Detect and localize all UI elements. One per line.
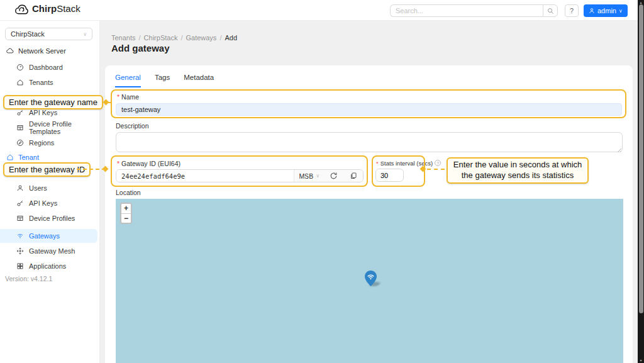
question-circle-icon[interactable]: ? [435,160,441,166]
required-mark: * [117,160,119,167]
required-mark: * [376,160,379,167]
zoom-out-button[interactable]: − [121,213,131,223]
required-mark: * [117,93,119,101]
sidebar: ChirpStack ∨ Network Server Dashboard Te… [0,21,100,363]
sidebar-item-dashboard[interactable]: Dashboard [16,61,63,74]
tenant-selector[interactable]: ChirpStack ∨ [5,28,92,40]
tenant-selector-value: ChirpStack [11,30,45,38]
page-scrollbar[interactable]: ▴ ▾ [638,0,644,363]
help-icon: ? [570,7,574,14]
sidebar-item-label: Gateways [29,232,60,240]
chevron-down-icon: ∨ [619,8,623,14]
gateway-id-addon: MSB ∨ [294,170,363,182]
search-input[interactable] [390,4,543,17]
regenerate-id-button[interactable] [324,170,343,182]
cloud-logo-icon [15,4,29,14]
breadcrumb-tenants[interactable]: Tenants [111,34,136,42]
sidebar-item-gateway-mesh[interactable]: Gateway Mesh [16,245,75,257]
chevron-down-icon: ∨ [83,31,87,37]
sidebar-group-network-server[interactable]: Network Server [6,47,66,55]
mesh-icon [16,247,24,255]
description-textarea[interactable] [116,132,623,152]
chirpstack-logo[interactable]: ChirpStack [15,3,80,14]
sidebar-item-regions[interactable]: Regions [16,137,54,149]
scrollbar-thumb[interactable] [639,4,643,313]
logo-text-bold: Chirp [32,3,57,14]
home-icon [16,79,24,86]
sidebar-item-label: Tenants [29,79,53,86]
scroll-up-icon[interactable]: ▴ [638,0,644,4]
breadcrumb-separator: / [219,34,221,42]
location-map[interactable]: + − Leaflet | © OpenStreetMap contributo… [116,199,623,363]
main-content: Tenants / ChirpStack / Gateways / Add Ad… [101,21,638,363]
user-icon [589,8,595,14]
sidebar-item-label: Dashboard [29,64,63,71]
tab-metadata[interactable]: Metadata [184,74,214,87]
breadcrumb-gateways[interactable]: Gateways [186,34,216,42]
sidebar-item-label: Applications [29,262,66,270]
sidebar-item-tenant-api-keys[interactable]: API Keys [16,197,57,209]
sidebar-item-users[interactable]: Users [16,182,47,194]
logo-text-regular: Stack [57,3,80,14]
tab-tags[interactable]: Tags [155,74,170,87]
scroll-down-icon[interactable]: ▾ [638,358,644,362]
sidebar-item-label: Gateway Mesh [29,247,75,255]
stats-interval-label: *Stats interval (secs)? [376,160,441,167]
table-icon [16,124,24,131]
tab-bar: General Tags Metadata [115,74,214,87]
breadcrumb-chirpstack[interactable]: ChirpStack [144,34,178,42]
breadcrumb-separator: / [139,34,141,42]
help-button[interactable]: ? [565,4,579,17]
sidebar-item-label: Regions [29,139,54,147]
sidebar-item-label: Device Profile Templates [29,120,99,135]
wifi-icon [16,232,24,240]
breadcrumb-separator: / [180,34,182,42]
name-label: *Name [117,93,139,101]
gateway-id-group: MSB ∨ [116,169,364,182]
description-label: Description [116,122,149,130]
cloud-icon [6,47,14,55]
sidebar-item-label: Users [29,184,47,192]
appstore-icon [16,262,24,270]
sidebar-item-applications[interactable]: Applications [16,260,66,272]
sidebar-item-device-profiles[interactable]: Device Profiles [16,212,75,225]
sidebar-item-device-profile-templates[interactable]: Device Profile Templates [16,121,99,134]
zoom-in-button[interactable]: + [121,204,131,213]
map-zoom-control: + − [120,203,132,224]
byte-order-value: MSB [299,172,313,180]
admin-user-button[interactable]: admin ∨ [584,4,628,17]
sidebar-group-tenant[interactable]: Tenant [6,154,39,161]
sidebar-item-label: Device Profiles [29,215,75,222]
breadcrumb: Tenants / ChirpStack / Gateways / Add [111,34,237,42]
stats-interval-input[interactable] [375,169,404,182]
name-input[interactable] [116,103,622,116]
location-label: Location [116,189,141,196]
search-button[interactable] [543,4,558,17]
copy-id-button[interactable] [343,170,363,182]
sidebar-item-api-keys[interactable]: API Keys [16,106,57,119]
home-icon [6,154,14,161]
key-icon [16,199,24,207]
sidebar-item-tenants[interactable]: Tenants [16,76,53,89]
sidebar-item-gateways[interactable]: Gateways [16,230,60,242]
sidebar-item-label: API Keys [29,109,57,116]
page-title: Add gateway [111,43,170,53]
chevron-down-icon: ∨ [316,173,319,179]
global-search [390,4,558,17]
reload-icon [330,172,338,180]
top-header: ChirpStack ? admin ∨ [0,0,644,21]
table-icon [16,215,24,222]
copy-icon [350,172,357,180]
form-card: General Tags Metadata *Name Description … [105,65,633,363]
gateway-id-input[interactable] [116,170,294,182]
search-icon [547,8,554,14]
gateway-map-marker[interactable] [365,271,377,289]
breadcrumb-add: Add [225,34,237,42]
sidebar-group-label: Network Server [18,47,66,55]
user-icon [16,184,24,192]
dashboard-icon [16,64,24,71]
compass-icon [16,139,24,147]
sidebar-group-label: Tenant [18,154,39,161]
byte-order-select[interactable]: MSB ∨ [294,172,324,180]
tab-general[interactable]: General [115,74,141,87]
